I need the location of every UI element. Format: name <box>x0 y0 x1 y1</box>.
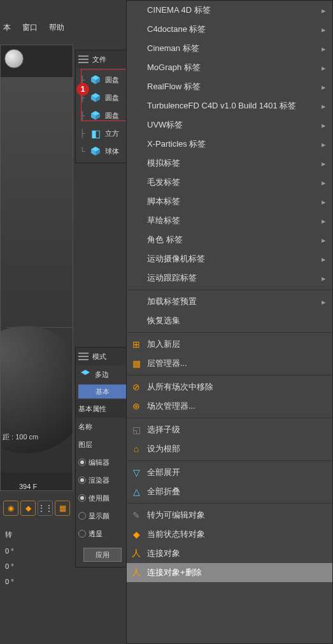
menu-label: 模拟标签 <box>147 157 180 169</box>
tree-line: ├ <box>78 111 86 120</box>
hamburger-icon[interactable] <box>78 353 89 360</box>
obj-label: 圆盘 <box>105 75 119 85</box>
menu-label: 加载标签预置 <box>147 296 197 307</box>
menu-label: 场次管理器... <box>147 400 195 412</box>
menu-item[interactable]: ◱选择子级 <box>127 420 332 439</box>
object-item[interactable]: ├ 圆盘 <box>77 106 127 124</box>
keyframe-icon[interactable]: ◆ <box>20 501 36 516</box>
menu-item[interactable]: TurbulenceFD C4D v1.0 Build 1401 标签 <box>127 96 332 115</box>
menu-item[interactable]: ⊛场次管理器... <box>127 397 332 416</box>
svg-marker-12 <box>81 370 90 375</box>
menu-item[interactable]: 模拟标签 <box>127 154 332 173</box>
menu-label: Cineman 标签 <box>147 43 199 54</box>
menu-label: 层管理器... <box>147 358 187 369</box>
menu-item[interactable]: Cineman 标签 <box>127 39 332 58</box>
viewport[interactable]: 距 : 100 cm <box>0 45 73 491</box>
mode-menu[interactable]: 模式 <box>92 352 106 362</box>
menu-item[interactable]: ▽全部展开 <box>127 463 332 482</box>
menu-item[interactable]: 脚本标签 <box>127 192 332 211</box>
obj-panel-header[interactable]: 文件 <box>76 50 129 68</box>
menu-item[interactable]: 草绘标签 <box>127 211 332 230</box>
poly-icon <box>78 367 92 381</box>
radio-icon[interactable] <box>78 494 86 502</box>
name-label: 名称 <box>78 422 92 432</box>
menu-item[interactable]: ⊘从所有场次中移除 <box>127 377 332 397</box>
hamburger-icon[interactable] <box>78 55 89 63</box>
menu-label: 角色 标签 <box>147 234 183 245</box>
menu-help[interactable]: 帮助 <box>49 22 64 33</box>
menu-item[interactable]: CINEMA 4D 标签 <box>127 1 332 20</box>
menu-separator <box>127 460 332 461</box>
menu-label: 运动跟踪标签 <box>147 272 197 284</box>
radio-icon[interactable] <box>78 476 86 484</box>
3d-view[interactable]: 距 : 100 cm <box>1 77 73 472</box>
menu-window[interactable]: 窗口 <box>22 22 38 33</box>
layer-row: 图层 <box>76 435 129 453</box>
menu-item[interactable]: 运动摄像机标签 <box>127 249 332 268</box>
cube-icon: ◧ <box>89 126 103 140</box>
use-row: 使用颜 <box>76 489 129 507</box>
menu-item[interactable]: △全部折叠 <box>127 482 332 501</box>
menu-item[interactable]: MoGraph 标签 <box>127 58 332 77</box>
poly-label: 多边 <box>95 370 109 379</box>
record-icon[interactable]: ◉ <box>3 501 18 516</box>
menu-label: 转为可编辑对象 <box>147 509 205 521</box>
menu-item[interactable]: ⌂设为根部 <box>127 439 332 458</box>
frame-display[interactable]: 394 F <box>19 483 37 490</box>
menu-item[interactable]: 运动跟踪标签 <box>127 268 332 288</box>
grid-icon[interactable]: ⋮⋮ <box>38 501 53 516</box>
menu-item[interactable]: 人连接对象 <box>127 544 332 563</box>
menu-label: 恢复选集 <box>147 315 180 326</box>
radio-icon[interactable] <box>78 512 86 520</box>
menu-label: 选择子级 <box>147 424 180 435</box>
menu-item[interactable]: 人连接对象+删除 <box>127 563 332 582</box>
scene-mgr-icon: ⊛ <box>129 399 143 413</box>
menu-label: TurbulenceFD C4D v1.0 Build 1401 标签 <box>147 100 296 112</box>
menu-label: 草绘标签 <box>147 215 180 226</box>
menu-label: X-Particles 标签 <box>147 138 206 150</box>
menu-item[interactable]: 恢复选集 <box>127 311 332 330</box>
object-item[interactable]: ├ ◧ 立方 <box>77 124 127 142</box>
menu-item[interactable]: ◆当前状态转对象 <box>127 525 332 544</box>
editable-icon: ✎ <box>129 508 143 522</box>
menu-script[interactable]: 本 <box>3 22 11 33</box>
display-label: 显示颜 <box>89 511 110 521</box>
object-item[interactable]: └ 球体 <box>77 142 127 160</box>
basic-tab[interactable]: 基本 <box>78 384 126 399</box>
menu-item[interactable]: 加载标签预置 <box>127 292 332 311</box>
rot-y[interactable]: 0 ° <box>5 562 14 570</box>
tree-line: └ <box>78 147 86 156</box>
menu-item[interactable]: 毛发标签 <box>127 173 332 192</box>
menu-item[interactable]: ▦层管理器... <box>127 354 332 373</box>
file-menu[interactable]: 文件 <box>92 55 106 64</box>
cylinder-icon <box>89 108 103 122</box>
section-header: 基本属性 <box>76 400 129 418</box>
menu-separator <box>127 375 332 376</box>
menu-item[interactable]: ⊞加入新层 <box>127 335 332 354</box>
film-icon[interactable]: ▦ <box>55 501 70 516</box>
context-menu: CINEMA 4D 标签C4doctane 标签Cineman 标签MoGrap… <box>126 0 333 644</box>
menu-label: RealFlow 标签 <box>147 81 201 92</box>
radio-icon[interactable] <box>78 530 86 538</box>
menu-label: UVW标签 <box>147 119 183 131</box>
menu-label: MoGraph 标签 <box>147 62 201 73</box>
menu-item[interactable]: ✎转为可编辑对象 <box>127 506 332 525</box>
rot-z[interactable]: 0 ° <box>5 578 14 585</box>
menu-separator <box>127 503 332 504</box>
sphere-icon <box>89 144 103 158</box>
menu-item[interactable]: RealFlow 标签 <box>127 77 332 96</box>
menu-label: 连接对象 <box>147 548 180 559</box>
attr-header[interactable]: 模式 <box>76 348 129 365</box>
menu-separator <box>127 418 332 418</box>
rotation-values: 转 0 ° 0 ° 0 ° <box>0 526 73 589</box>
rot-label: 转 <box>5 530 12 539</box>
menu-item[interactable]: 角色 标签 <box>127 230 332 249</box>
apply-button[interactable]: 应用 <box>83 548 122 562</box>
menu-item[interactable]: UVW标签 <box>127 115 332 135</box>
expand-all-icon: ▽ <box>129 465 143 479</box>
radio-icon[interactable] <box>78 458 86 466</box>
menu-label: 连接对象+删除 <box>147 567 202 578</box>
menu-item[interactable]: X-Particles 标签 <box>127 135 332 154</box>
rot-x[interactable]: 0 ° <box>5 547 14 555</box>
menu-item[interactable]: C4doctane 标签 <box>127 20 332 39</box>
